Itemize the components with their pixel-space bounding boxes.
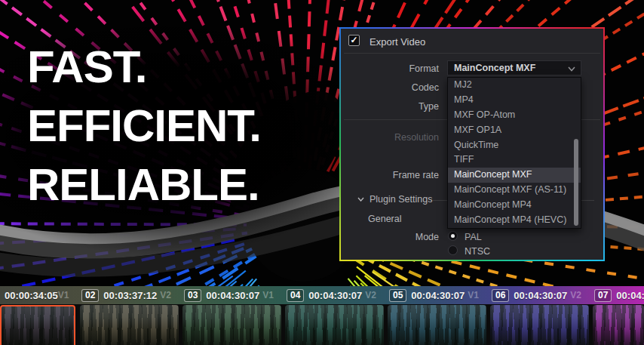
dropdown-scrollbar[interactable] [574, 139, 578, 226]
hero-line-1: FAST. [27, 38, 261, 97]
clip-thumbnail[interactable] [593, 305, 644, 345]
pal-radio[interactable] [448, 231, 458, 241]
type-label: Type [341, 101, 439, 112]
frame-rate-label: Frame rate [341, 170, 439, 180]
resolution-label: Resolution [341, 132, 439, 143]
export-video-checkbox[interactable]: ✓ [348, 35, 360, 46]
timeline-clip-header[interactable]: 0200:03:37:12V2 [81, 286, 179, 304]
clip-timecode: 00:03:37:12 [103, 290, 157, 301]
dropdown-option[interactable]: QuickTime [448, 138, 581, 153]
ntsc-radio[interactable] [448, 245, 458, 255]
hero-headline: FAST. EFFICIENT. RELIABLE. [27, 38, 261, 214]
dropdown-option[interactable]: MainConcept MP4 (HEVC) [448, 213, 581, 228]
clip-thumbnail[interactable] [388, 305, 486, 345]
clip-thumbnail[interactable] [182, 305, 281, 345]
clip-number-badge: 03 [184, 289, 201, 302]
clip-timecode: 00:04:30:07 [206, 290, 259, 301]
dropdown-option[interactable]: MainConcept MXF (AS-11) [448, 183, 581, 198]
divider [344, 53, 600, 54]
format-label: Format [341, 63, 439, 74]
clip-track-label: V1 [58, 290, 69, 300]
dropdown-option[interactable]: TIFF [448, 152, 581, 168]
clip-thumbnail[interactable] [80, 305, 179, 345]
mode-label: Mode [341, 232, 439, 242]
codec-label: Codec [341, 82, 439, 93]
clip-track-label: V1 [262, 290, 274, 300]
timeline-clip-header[interactable]: 0600:04:30:07V2 [492, 286, 589, 304]
hero-line-2: EFFICIENT. [27, 97, 261, 156]
clip-track-label: V1 [468, 290, 479, 300]
timeline-clip-header[interactable]: 0700:04:30:07 [594, 286, 644, 304]
app-screenshot: FAST. EFFICIENT. RELIABLE. ✓ Export Vide… [0, 0, 644, 345]
export-dialog: ✓ Export Video Format Codec Type Resolut… [341, 29, 603, 260]
timeline-clips [0, 304, 644, 345]
dropdown-options: MJ2MP4MXF OP-AtomMXF OP1AQuickTimeTIFFMa… [448, 78, 581, 228]
clip-timecode: 00:04:30:07 [308, 290, 362, 301]
clip-timecode: 00:00:34:05 [5, 290, 58, 301]
pal-label: PAL [465, 232, 482, 242]
clip-thumbnail[interactable] [0, 305, 75, 345]
format-dropdown-list: MJ2MP4MXF OP-AtomMXF OP1AQuickTimeTIFFMa… [447, 77, 581, 229]
ntsc-label: NTSC [465, 246, 490, 257]
plugin-settings-header[interactable]: Plugin Settings [357, 194, 432, 205]
general-label: General [368, 214, 401, 224]
dialog-title: Export Video [370, 36, 425, 48]
dropdown-option[interactable]: MP4 [448, 93, 581, 108]
clip-timecode: 00:04:30:07 [514, 290, 567, 301]
clip-track-label: V2 [570, 290, 581, 300]
timeline-header: 00:00:34:05V10200:03:37:12V20300:04:30:0… [0, 286, 644, 304]
timeline-clip-header[interactable]: 0300:04:30:07V1 [184, 286, 281, 304]
format-dropdown-value: MainConcept MXF [454, 63, 535, 73]
chevron-down-icon [568, 66, 575, 72]
clip-timecode: 00:04:30:07 [411, 290, 465, 301]
export-dialog-border: ✓ Export Video Format Codec Type Resolut… [339, 27, 605, 261]
dropdown-option[interactable]: MainConcept MXF [448, 168, 581, 183]
clip-number-badge: 06 [492, 289, 509, 302]
clip-track-label: V2 [365, 290, 376, 300]
clip-number-badge: 07 [594, 289, 612, 302]
plugin-settings-label: Plugin Settings [370, 194, 432, 205]
clip-thumbnail[interactable] [490, 305, 589, 345]
clip-track-label: V2 [160, 290, 171, 300]
clip-number-badge: 04 [287, 289, 304, 302]
clip-number-badge: 02 [81, 289, 99, 302]
dropdown-option[interactable]: MainConcept MP4 [448, 198, 581, 213]
dropdown-option[interactable]: MXF OP-Atom [448, 108, 581, 123]
chevron-down-icon [357, 197, 364, 202]
timeline-clip-header[interactable]: 0400:04:30:07V2 [287, 286, 384, 304]
clip-timecode: 00:04:30:07 [616, 290, 644, 301]
dropdown-option[interactable]: MJ2 [448, 78, 581, 93]
dropdown-option[interactable]: MXF OP1A [448, 123, 581, 138]
timeline-clip-header[interactable]: 0500:04:30:07V1 [389, 286, 486, 304]
clip-thumbnail[interactable] [285, 305, 384, 345]
hero-line-3: RELIABLE. [27, 156, 261, 214]
format-dropdown-button[interactable]: MainConcept MXF [447, 60, 581, 75]
timeline-clip-header[interactable]: 00:00:34:05V1 [5, 286, 75, 304]
clip-number-badge: 05 [389, 289, 406, 302]
